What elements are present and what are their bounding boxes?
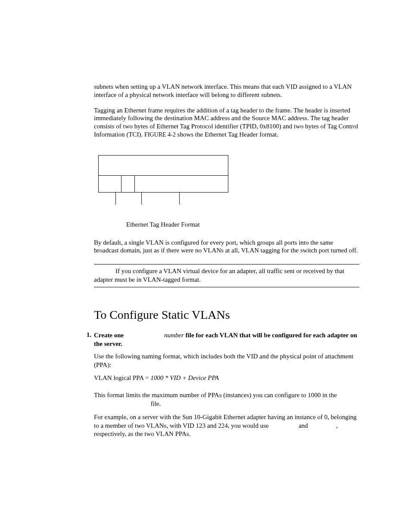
text-run: Create one [94,332,125,339]
paragraph-tagging: Tagging an Ethernet frame requires the a… [94,106,359,139]
paragraph-default-vlan: By default, a single VLAN is configured … [94,239,359,255]
note-box: If you configure a VLAN virtual device f… [94,264,359,287]
text-run: and [297,422,309,429]
text-run: shows the Ethernet Tag Header format. [176,131,278,138]
step-1: 1. Create one number file for each VLAN … [94,331,359,439]
text-run: file. [149,400,161,407]
step-sub-limit: This format limits the maximum number of… [94,391,359,408]
text-run: This format limits the maximum number of… [94,392,337,398]
diagram-tick [141,193,142,205]
paragraph-subnets: subnets when setting up a VLAN network i… [94,83,359,99]
step-sub-example: For example, on a server with the Sun 10… [94,413,359,439]
text-run: VLAN logical PPA = [94,374,150,381]
section-heading: To Configure Static VLANs [94,308,359,322]
diagram-row-tpid [98,155,228,175]
step-body: Create one number file for each VLAN tha… [94,331,359,439]
ethernet-tag-header-diagram [98,155,227,208]
diagram-cell [99,176,121,192]
text-run: file for each VLAN that will be configur… [94,332,357,347]
diagram-tick [179,193,180,205]
figure-reference: FIGURE 4-2 [144,131,176,138]
document-page: subnets when setting up a VLAN network i… [0,0,411,439]
step-instruction: Create one number file for each VLAN tha… [94,331,359,348]
diagram-row-tci [98,175,228,193]
diagram-cell [121,176,135,192]
diagram-ticks [98,193,227,208]
italic-formula: 1000 * VID + Device PPA [150,374,219,381]
text-run: For example, on a server with the Sun 10… [94,414,357,429]
note-text: If you configure a VLAN virtual device f… [94,267,359,284]
italic-number: number [164,332,184,339]
step-number: 1. [84,331,94,439]
figure-caption: Ethernet Tag Header Format [94,221,359,228]
step-formula: VLAN logical PPA = 1000 * VID + Device P… [94,374,359,382]
diagram-tick [115,193,116,205]
diagram-cell [135,176,228,192]
step-sub-naming-format: Use the following naming format, which i… [94,352,359,369]
